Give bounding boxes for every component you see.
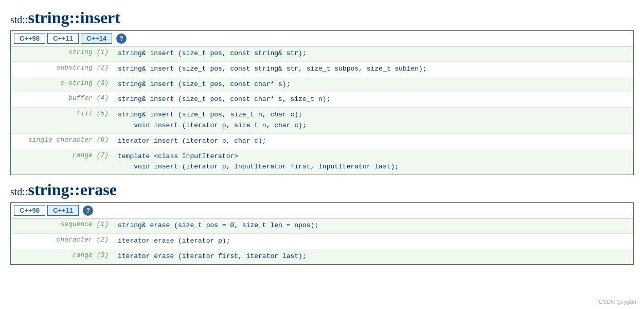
insert-outer-box: C++98 C++11 C++14 ? string (1) string& i… — [10, 30, 634, 175]
table-row: string (1) string& insert (size_t pos, c… — [11, 46, 633, 61]
insert-overload-table: string (1) string& insert (size_t pos, c… — [11, 46, 633, 175]
insert-title-main: string::insert — [28, 8, 120, 27]
overload-code: string& insert (size_t pos, size_t n, ch… — [114, 108, 633, 134]
overload-label: buffer (4) — [11, 92, 114, 108]
table-row: range (7) template <class InputIterator>… — [11, 149, 633, 175]
erase-title: std::string::erase — [10, 180, 634, 199]
overload-code: string& insert (size_t pos, const char* … — [114, 92, 633, 108]
erase-tabs-row: C++98 C++11 ? — [11, 203, 633, 218]
overload-label: range (3) — [11, 249, 114, 264]
insert-title: std::string::insert — [10, 8, 634, 27]
overload-label: string (1) — [11, 46, 114, 61]
overload-label: single character (6) — [11, 133, 114, 149]
erase-overload-table: sequence (1) string& erase (size_t pos =… — [11, 218, 633, 264]
erase-title-prefix: std:: — [10, 186, 28, 197]
overload-label: character (2) — [11, 233, 114, 249]
erase-tab-cpp11[interactable]: C++11 — [47, 205, 79, 216]
insert-title-prefix: std:: — [10, 14, 28, 25]
erase-title-main: string::erase — [28, 180, 116, 199]
erase-help-icon[interactable]: ? — [83, 205, 93, 216]
table-row: c-string (3) string& insert (size_t pos,… — [11, 77, 633, 92]
erase-outer-box: C++98 C++11 ? sequence (1) string& erase… — [10, 202, 634, 264]
table-row: character (2) iterator erase (iterator p… — [11, 233, 633, 249]
overload-label: sequence (1) — [11, 218, 114, 233]
overload-code: string& erase (size_t pos = 0, size_t le… — [114, 218, 633, 233]
watermark: CSDN @rygttm — [599, 299, 638, 305]
table-row: sequence (1) string& erase (size_t pos =… — [11, 218, 633, 233]
overload-label: substring (2) — [11, 61, 114, 77]
overload-code: iterator insert (iterator p, char c); — [114, 133, 633, 149]
overload-code: string& insert (size_t pos, const char* … — [114, 77, 633, 92]
insert-tab-cpp98[interactable]: C++98 — [14, 33, 45, 44]
overload-code: string& insert (size_t pos, const string… — [114, 46, 633, 61]
overload-label: fill (5) — [11, 108, 114, 134]
overload-code: template <class InputIterator> void inse… — [114, 149, 633, 175]
table-row: fill (5) string& insert (size_t pos, siz… — [11, 108, 633, 134]
overload-label: c-string (3) — [11, 77, 114, 92]
erase-tab-cpp98[interactable]: C++98 — [14, 205, 45, 216]
insert-tab-cpp11[interactable]: C++11 — [47, 33, 79, 44]
overload-code: string& insert (size_t pos, const string… — [114, 61, 633, 77]
table-row: substring (2) string& insert (size_t pos… — [11, 61, 633, 77]
insert-help-icon[interactable]: ? — [116, 33, 127, 44]
table-row: range (3) iterator erase (iterator first… — [11, 249, 633, 264]
overload-code: iterator erase (iterator first, iterator… — [114, 249, 633, 264]
insert-tabs-row: C++98 C++11 C++14 ? — [11, 31, 633, 46]
table-row: single character (6) iterator insert (it… — [11, 133, 633, 149]
table-row: buffer (4) string& insert (size_t pos, c… — [11, 92, 633, 108]
overload-code: iterator erase (iterator p); — [114, 233, 633, 249]
overload-label: range (7) — [11, 149, 114, 175]
insert-tab-cpp14[interactable]: C++14 — [81, 33, 112, 44]
